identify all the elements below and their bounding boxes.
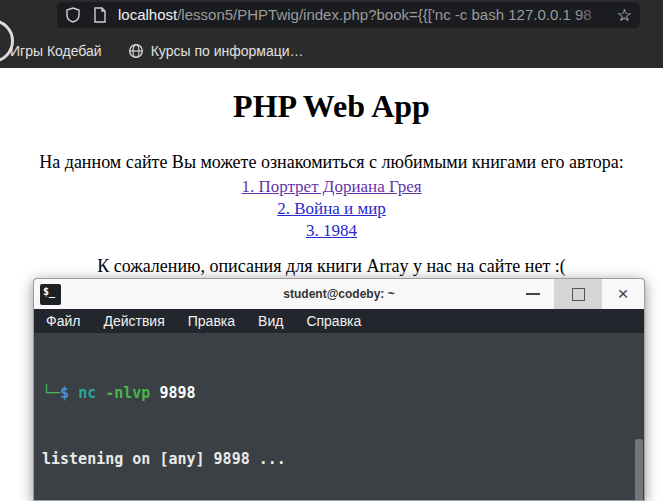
book-link-3[interactable]: 3. 1984 bbox=[0, 220, 663, 242]
address-bar[interactable]: localhost/lesson5/PHPTwig/index.php?book… bbox=[57, 2, 640, 28]
url-host: localhost bbox=[118, 6, 177, 23]
bookmark-label: Курсы по информаци… bbox=[151, 43, 304, 59]
maximize-icon bbox=[572, 288, 585, 301]
book-link-1[interactable]: 1. Портрет Дориана Грея bbox=[0, 176, 663, 198]
error-message: К сожалению, описания для книги Array у … bbox=[0, 256, 663, 277]
intro-text: На данном сайте Вы можете ознакомиться с… bbox=[0, 152, 663, 173]
page-info-icon[interactable] bbox=[93, 7, 107, 23]
command-flags: -nlvp bbox=[96, 384, 150, 402]
prompt-line: └─$ nc -nlvp 9898 bbox=[42, 382, 644, 404]
url-path: /lesson5/PHPTwig/index.php?book={{['nc -… bbox=[177, 6, 591, 23]
menu-edit[interactable]: Правка bbox=[188, 313, 235, 329]
prompt-tree: └─ bbox=[42, 384, 60, 402]
output-line: listening on [any] 9898 ... bbox=[42, 448, 644, 470]
bookmark-label: Игры Кодебай bbox=[10, 43, 102, 59]
shield-icon[interactable] bbox=[65, 7, 81, 23]
globe-icon bbox=[128, 43, 144, 59]
menu-file[interactable]: Файл bbox=[46, 313, 80, 329]
prompt-dollar: $ bbox=[60, 384, 78, 402]
url-fade bbox=[575, 2, 609, 28]
command-text: nc bbox=[78, 384, 96, 402]
browser-chrome: localhost/lesson5/PHPTwig/index.php?book… bbox=[0, 0, 663, 68]
close-button[interactable]: × bbox=[602, 279, 644, 309]
terminal-scrollbar[interactable] bbox=[635, 439, 643, 501]
book-links: 1. Портрет Дориана Грея 2. Война и мир 3… bbox=[0, 176, 663, 242]
command-port: 9898 bbox=[150, 384, 195, 402]
bookmarks-bar: Игры Кодебай Курсы по информаци… bbox=[0, 36, 663, 66]
bookmark-codeby-games[interactable]: Игры Кодебай bbox=[10, 43, 102, 59]
menu-help[interactable]: Справка bbox=[306, 313, 361, 329]
terminal-menubar: Файл Действия Правка Вид Справка bbox=[34, 309, 644, 333]
terminal-window: $_ student@codeby: ~ × Файл Действия Пра… bbox=[33, 278, 645, 501]
menu-actions[interactable]: Действия bbox=[103, 313, 164, 329]
url-text[interactable]: localhost/lesson5/PHPTwig/index.php?book… bbox=[118, 2, 609, 28]
book-link-2[interactable]: 2. Война и мир bbox=[0, 198, 663, 220]
page-title: PHP Web App bbox=[0, 88, 663, 125]
maximize-button[interactable] bbox=[554, 279, 602, 309]
terminal-titlebar[interactable]: $_ student@codeby: ~ × bbox=[34, 279, 644, 309]
bookmark-star-icon[interactable]: ☆ bbox=[617, 7, 632, 24]
terminal-output: └─$ nc -nlvp 9898 listening on [any] 989… bbox=[34, 333, 644, 501]
menu-view[interactable]: Вид bbox=[258, 313, 283, 329]
bookmark-infosec-courses[interactable]: Курсы по информаци… bbox=[128, 43, 304, 59]
window-controls: × bbox=[512, 279, 644, 309]
minimize-button[interactable] bbox=[512, 279, 554, 309]
